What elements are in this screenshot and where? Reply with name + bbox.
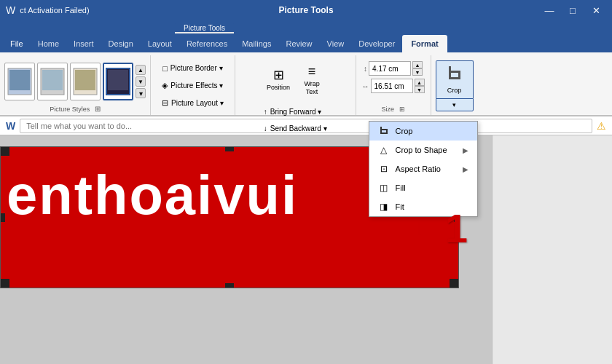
picture-styles-label: Picture Styles ⊞ [50, 105, 101, 115]
tab-mailings[interactable]: Mailings [235, 35, 278, 52]
minimize-button[interactable]: — [539, 3, 560, 17]
style-scroll-more[interactable]: ▾ [136, 88, 146, 98]
size-group: ↕ ▲ ▼ ↔ ▲ ▼ Size ⊞ [356, 55, 431, 115]
tab-format[interactable]: Format [402, 35, 447, 52]
position-button[interactable]: ⊞ Position [262, 58, 294, 102]
style-scroll-down[interactable]: ▼ [136, 76, 146, 87]
tab-references[interactable]: References [179, 35, 235, 52]
ribbon-content: ▲ ▼ ▾ Picture Styles ⊞ □ Picture Border … [0, 52, 612, 116]
size-expand-icon[interactable]: ⊞ [399, 106, 405, 113]
crop-handle-bottom-center[interactable] [225, 283, 234, 288]
crop-dropdown-button[interactable]: ▾ [436, 98, 474, 111]
picture-tools-title: Picture Tools [278, 5, 333, 15]
crop-handle-bottom-left[interactable] [1, 279, 9, 288]
picture-style-3[interactable] [70, 63, 101, 100]
crop-menu-fill[interactable]: ◫ Fill [369, 178, 477, 197]
crop-group: Crop ▾ Crop [431, 55, 478, 115]
picture-tools-tab-label: Picture Tools [175, 23, 234, 33]
crop-main-button[interactable]: Crop [436, 60, 474, 98]
picture-border-button[interactable]: □ Picture Border ▾ [157, 60, 227, 76]
picture-tools-label-bar: Picture Tools [0, 20, 612, 33]
picture-effects-button[interactable]: ◈ Picture Effects ▾ [157, 78, 228, 94]
bring-forward-icon: ↑ [264, 108, 267, 116]
width-spin-down[interactable]: ▼ [415, 86, 425, 93]
aspect-ratio-arrow: ▶ [463, 165, 468, 173]
title-text: ct Activation Failed) [20, 6, 89, 15]
width-spin-up[interactable]: ▲ [415, 79, 425, 86]
picture-layout-button[interactable]: ⊟ Picture Layout ▾ [157, 95, 229, 111]
aspect-ratio-icon: ⊡ [378, 163, 390, 175]
height-input[interactable] [369, 61, 411, 76]
crop-menu-crop[interactable]: Crop [369, 122, 477, 141]
crop-menu-crop-icon [378, 125, 390, 137]
effects-group: □ Picture Border ▾ ◈ Picture Effects ▾ ⊟… [151, 55, 235, 115]
title-controls: — □ ✕ [539, 3, 606, 17]
height-icon: ↕ [364, 65, 367, 73]
crop-menu-aspect-ratio[interactable]: ⊡ Aspect Ratio ▶ [369, 159, 477, 178]
svg-rect-11 [450, 71, 460, 73]
svg-rect-7 [108, 70, 128, 90]
tab-developer[interactable]: Developer [351, 35, 402, 52]
wrap-text-button[interactable]: ≡ WrapText [296, 58, 328, 102]
tab-layout[interactable]: Layout [141, 35, 179, 52]
crop-handle-left-center[interactable] [1, 213, 5, 222]
svg-rect-15 [382, 129, 388, 130]
ribbon-tab-bar: File Home Insert Design Layout Reference… [0, 33, 612, 52]
picture-styles-group: ▲ ▼ ▾ Picture Styles ⊞ [3, 55, 151, 115]
tab-design[interactable]: Design [101, 35, 141, 52]
word-logo: W [6, 120, 15, 132]
tab-view[interactable]: View [320, 35, 352, 52]
right-panel [492, 135, 612, 364]
style-scroll: ▲ ▼ ▾ [136, 65, 146, 98]
width-row: ↔ ▲ ▼ [362, 79, 425, 93]
crop-handle-bottom-right[interactable] [450, 279, 458, 288]
send-backward-icon: ↓ [264, 124, 267, 132]
document-area: enthoaivui 2 ↓ 1 [0, 135, 612, 364]
app-icon: W [6, 4, 15, 16]
send-backward-button[interactable]: ↓ Send Backward ▾ [259, 120, 332, 136]
picture-layout-icon: ⊟ [162, 98, 168, 108]
tab-file[interactable]: File [3, 35, 31, 52]
size-label: Size ⊞ [382, 106, 405, 115]
arrange-group: ⊞ Position ≡ WrapText ↑ Bring Forward ▾ … [235, 55, 356, 115]
svg-rect-1 [9, 70, 30, 90]
crop-to-shape-arrow: ▶ [463, 146, 468, 154]
crop-menu-to-shape[interactable]: △ Crop to Shape ▶ [369, 141, 477, 159]
tab-insert[interactable]: Insert [66, 35, 101, 52]
tab-review[interactable]: Review [279, 35, 320, 52]
svg-rect-3 [42, 70, 63, 90]
crop-dropdown-menu: Crop △ Crop to Shape ▶ ⊡ Aspect Ratio ▶ … [369, 121, 478, 217]
style-scroll-up[interactable]: ▲ [136, 65, 146, 75]
width-spin: ▲ ▼ [415, 79, 425, 93]
picture-style-1[interactable] [4, 63, 35, 100]
picture-style-2[interactable] [37, 63, 68, 100]
svg-rect-5 [75, 70, 95, 90]
tab-home[interactable]: Home [31, 35, 66, 52]
position-icon: ⊞ [273, 68, 284, 82]
crop-to-shape-icon: △ [378, 144, 390, 156]
title-bar: W ct Activation Failed) Picture Tools — … [0, 0, 612, 20]
warning-icon: ⚠ [597, 120, 606, 132]
fill-icon: ◫ [378, 182, 390, 194]
crop-icon [444, 65, 465, 85]
crop-dropdown-arrow: ▾ [452, 101, 456, 108]
picture-effects-icon: ◈ [162, 81, 168, 90]
crop-handle-top-center[interactable] [225, 147, 234, 151]
title-left: W ct Activation Failed) [6, 4, 90, 16]
crop-label: Crop [447, 87, 462, 94]
width-input[interactable] [371, 79, 413, 93]
fit-icon: ◨ [378, 201, 390, 213]
crop-handle-top-left[interactable] [1, 147, 9, 156]
height-spin-up[interactable]: ▲ [412, 61, 423, 68]
picture-style-4-selected[interactable] [103, 63, 133, 100]
height-row: ↕ ▲ ▼ [364, 61, 423, 76]
height-spin-down[interactable]: ▼ [412, 68, 423, 76]
picture-border-icon: □ [162, 64, 168, 73]
step-1-number: 1 [445, 205, 468, 252]
wrap-text-icon: ≡ [308, 65, 316, 78]
bring-forward-button[interactable]: ↑ Bring Forward ▾ [259, 103, 332, 119]
picture-styles-expand-icon[interactable]: ⊞ [95, 105, 101, 113]
maximize-button[interactable]: □ [562, 3, 583, 17]
width-icon: ↔ [362, 82, 369, 90]
close-button[interactable]: ✕ [586, 3, 606, 17]
